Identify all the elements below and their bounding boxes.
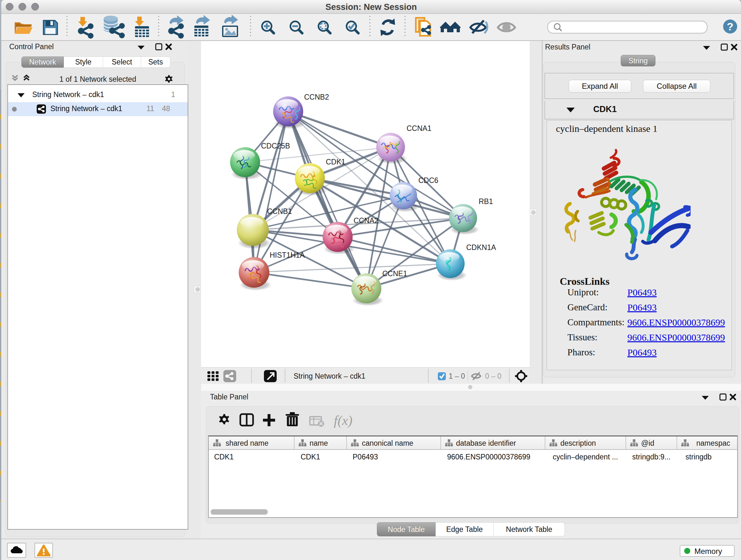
svg-text:CDKN1A: CDKN1A <box>466 243 496 252</box>
svg-text:namespac: namespac <box>696 439 730 447</box>
svg-text:CCNA2: CCNA2 <box>354 216 379 225</box>
svg-text:name: name <box>310 439 328 447</box>
svg-text:HIST1H1A: HIST1H1A <box>270 251 305 259</box>
svg-text:CDK1: CDK1 <box>326 158 345 166</box>
svg-text:description: description <box>560 439 596 447</box>
svg-text:CCNA1: CCNA1 <box>407 124 431 132</box>
svg-text:String Network – cdk1: String Network – cdk1 <box>293 372 365 380</box>
svg-text:CDC6: CDC6 <box>418 176 439 185</box>
svg-text:RB1: RB1 <box>479 197 493 206</box>
svg-text:database identifier: database identifier <box>456 439 516 447</box>
svg-text:?: ? <box>727 20 734 33</box>
svg-text:CDC25B: CDC25B <box>261 142 290 150</box>
svg-text:f(x): f(x) <box>334 413 352 428</box>
svg-text:shared name: shared name <box>226 439 268 447</box>
svg-text:CCNE1: CCNE1 <box>382 269 407 278</box>
svg-text:1 – 0: 1 – 0 <box>449 372 465 380</box>
svg-text:CCNB2: CCNB2 <box>304 93 329 101</box>
svg-text:CCNB1: CCNB1 <box>267 207 292 215</box>
svg-text:0 – 0: 0 – 0 <box>485 372 501 380</box>
svg-text:canonical name: canonical name <box>362 439 413 447</box>
svg-text:@id: @id <box>641 439 654 447</box>
